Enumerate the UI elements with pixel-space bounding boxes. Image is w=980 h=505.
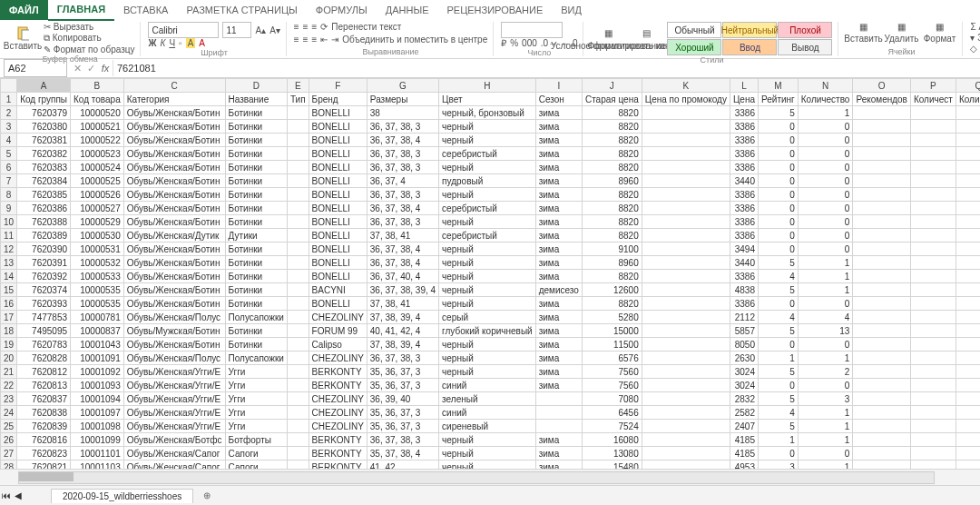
cell[interactable]: Ботинки: [225, 215, 287, 229]
underline-button[interactable]: Ч: [169, 38, 175, 48]
cell[interactable]: пудровый: [439, 174, 536, 188]
cell[interactable]: 0: [759, 174, 799, 188]
enter-icon[interactable]: ✓: [84, 63, 98, 74]
fill-color-button[interactable]: A: [186, 38, 196, 48]
cell[interactable]: [642, 311, 730, 324]
cell[interactable]: [853, 106, 911, 120]
cell[interactable]: Обувь/Женская/Ботин: [123, 134, 225, 147]
delete-cells-button[interactable]: ▦Удалить: [884, 22, 918, 44]
cell[interactable]: 7620389: [17, 229, 71, 243]
cell[interactable]: 7620837: [17, 392, 71, 406]
cell[interactable]: 7620816: [17, 433, 71, 447]
cell[interactable]: 1: [759, 433, 799, 447]
cell[interactable]: [642, 270, 730, 283]
cell[interactable]: [853, 283, 911, 297]
cell[interactable]: 4: [798, 311, 853, 324]
autosum-button[interactable]: Σ Автосумма: [970, 22, 980, 32]
cell[interactable]: 3440: [730, 174, 758, 188]
row-header-20[interactable]: 20: [1, 352, 17, 365]
cell[interactable]: 10000531: [71, 243, 124, 256]
row-header-26[interactable]: 26: [1, 433, 17, 447]
cell[interactable]: CHEZOLINY: [309, 311, 367, 324]
cell[interactable]: 2112: [730, 311, 758, 324]
cell[interactable]: 1: [956, 297, 980, 311]
cell[interactable]: [642, 161, 730, 174]
cell[interactable]: 8820: [582, 120, 642, 134]
cell[interactable]: [910, 324, 956, 338]
col-header-H[interactable]: H: [439, 79, 536, 93]
cell[interactable]: 10001098: [71, 420, 124, 433]
col-header-J[interactable]: J: [582, 79, 642, 93]
cell[interactable]: 5: [759, 106, 799, 120]
cell[interactable]: [642, 243, 730, 256]
cell[interactable]: черный, бронзовый: [439, 106, 536, 120]
cell[interactable]: зима: [535, 229, 582, 243]
cell[interactable]: 7620812: [17, 365, 71, 379]
cell[interactable]: 7620381: [17, 134, 71, 147]
number-format-select[interactable]: [501, 22, 563, 38]
cell[interactable]: Обувь/Женская/Полус: [123, 352, 225, 365]
sheet-nav-prev[interactable]: ◀: [13, 490, 24, 500]
row-header-9[interactable]: 9: [1, 202, 17, 215]
cell[interactable]: 12600: [582, 283, 642, 297]
cell[interactable]: 35, 36, 37, 3: [367, 420, 438, 433]
cell[interactable]: BERKONTY: [309, 365, 367, 379]
cell[interactable]: 5280: [582, 311, 642, 324]
cell[interactable]: CHEZOLINY: [309, 392, 367, 406]
cell[interactable]: 1: [956, 215, 980, 229]
cell[interactable]: [853, 352, 911, 365]
cell[interactable]: 8820: [582, 229, 642, 243]
cell[interactable]: [853, 215, 911, 229]
cell[interactable]: 7620388: [17, 215, 71, 229]
cell[interactable]: 20: [956, 447, 980, 460]
cell[interactable]: 1: [956, 147, 980, 161]
cell[interactable]: 10000521: [71, 120, 124, 134]
font-size-select[interactable]: 11: [222, 22, 251, 38]
header-cell[interactable]: Рекомендов: [853, 93, 911, 106]
header-cell[interactable]: Цена по промокоду: [642, 93, 730, 106]
row-header-7[interactable]: 7: [1, 174, 17, 188]
cell[interactable]: зима: [535, 433, 582, 447]
cell[interactable]: [287, 297, 309, 311]
cell[interactable]: Обувь/Женская/Ботин: [123, 188, 225, 202]
cell[interactable]: [287, 147, 309, 161]
cell[interactable]: Ботинки: [225, 161, 287, 174]
cell[interactable]: 1: [956, 256, 980, 270]
copy-button[interactable]: ⧉ Копировать: [44, 33, 134, 44]
cell[interactable]: 40, 41, 42, 4: [367, 324, 438, 338]
cell[interactable]: CHEZOLINY: [309, 406, 367, 420]
insert-cells-button[interactable]: ▦Вставить: [846, 22, 880, 44]
cell[interactable]: 0: [798, 161, 853, 174]
cell[interactable]: [910, 174, 956, 188]
cell[interactable]: 1: [956, 161, 980, 174]
cell[interactable]: [853, 447, 911, 460]
cell[interactable]: зима: [535, 379, 582, 392]
cell[interactable]: 8820: [582, 215, 642, 229]
cell[interactable]: зима: [535, 365, 582, 379]
cell[interactable]: [287, 188, 309, 202]
col-header-N[interactable]: N: [798, 79, 853, 93]
row-header-1[interactable]: 1: [1, 93, 17, 106]
style-output[interactable]: Вывод: [778, 39, 832, 55]
col-header-I[interactable]: I: [535, 79, 582, 93]
cell[interactable]: 4: [759, 311, 799, 324]
bold-button[interactable]: Ж: [148, 38, 156, 48]
cell[interactable]: 8820: [582, 202, 642, 215]
cell[interactable]: 3024: [730, 365, 758, 379]
cell[interactable]: зима: [535, 243, 582, 256]
header-cell[interactable]: Количество: [798, 93, 853, 106]
cell[interactable]: [642, 229, 730, 243]
cell[interactable]: 3386: [730, 297, 758, 311]
cell[interactable]: зима: [535, 338, 582, 352]
cell[interactable]: [910, 338, 956, 352]
formula-input[interactable]: 7621081: [113, 60, 980, 76]
cell[interactable]: 0: [798, 134, 853, 147]
cell[interactable]: Ботинки: [225, 324, 287, 338]
cell[interactable]: [287, 134, 309, 147]
cell[interactable]: 3386: [730, 120, 758, 134]
cell[interactable]: черный: [439, 188, 536, 202]
cell[interactable]: 8820: [582, 106, 642, 120]
indent-dec-button[interactable]: ⇤: [320, 35, 328, 45]
cell[interactable]: [910, 243, 956, 256]
cell[interactable]: 36, 37, 38, 4: [367, 256, 438, 270]
